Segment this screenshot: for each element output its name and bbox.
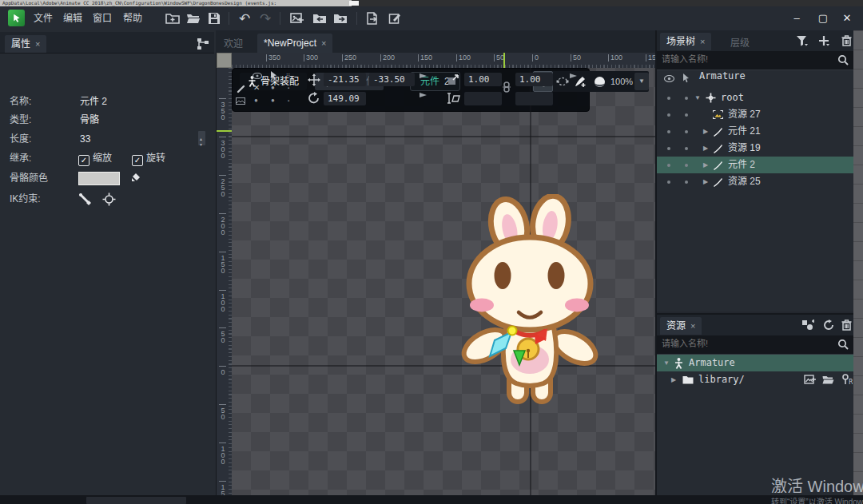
visibility-dot[interactable] xyxy=(667,130,670,133)
bunny-character[interactable] xyxy=(453,194,605,408)
close-tab-icon[interactable]: × xyxy=(35,39,40,49)
menu-edit[interactable]: 编辑 xyxy=(58,6,87,30)
skew-x-field[interactable] xyxy=(464,92,502,105)
refresh-icon[interactable] xyxy=(821,319,836,331)
checkbox-icon[interactable]: ✓ xyxy=(132,155,143,166)
new-project-icon[interactable] xyxy=(165,10,181,26)
resource-row-armature[interactable]: ▼ Armature xyxy=(657,355,853,371)
cursor-icon[interactable] xyxy=(270,71,277,82)
export-icon[interactable] xyxy=(364,10,380,26)
toggle-dot[interactable]: ▪ xyxy=(288,97,289,105)
tree-row[interactable]: ▶ 元件 21 xyxy=(657,123,853,140)
close-tab-icon[interactable]: × xyxy=(700,37,705,46)
maximize-button[interactable]: ▢ xyxy=(812,10,834,27)
ik-bone-icon[interactable] xyxy=(78,192,92,209)
keyframe-flag-icon[interactable] xyxy=(567,73,579,88)
open-folder-icon[interactable] xyxy=(822,375,834,384)
tree-row[interactable]: 资源 27 xyxy=(657,106,853,123)
checkbox-icon[interactable]: ✓ xyxy=(78,155,89,166)
import-library-icon[interactable] xyxy=(332,10,348,26)
zoom-dropdown[interactable]: ▼ xyxy=(634,73,649,90)
eye-icon[interactable] xyxy=(253,73,262,81)
scale-x-field[interactable]: 1.00 xyxy=(464,73,502,86)
layers-icon[interactable]: ⁝⁝ xyxy=(286,72,290,80)
inherit-rotate-checkbox[interactable]: ✓旋转 xyxy=(132,152,165,166)
import-folder-icon[interactable] xyxy=(312,10,328,26)
open-project-icon[interactable] xyxy=(185,10,201,26)
select-dot[interactable] xyxy=(685,113,688,117)
zoom-level[interactable]: 100% xyxy=(609,77,634,86)
filter-icon[interactable] xyxy=(794,34,809,47)
visibility-dot[interactable] xyxy=(667,113,670,117)
position-y-field[interactable]: -33.50 xyxy=(369,73,415,86)
view-sphere-button[interactable] xyxy=(591,72,609,91)
toggle-dot[interactable]: ● xyxy=(254,97,258,105)
expand-icon[interactable]: ▶ xyxy=(703,157,708,173)
toggle-dot[interactable]: ▪ xyxy=(288,84,289,92)
select-dot[interactable] xyxy=(685,181,688,184)
tree-row-selected[interactable]: ▶ 元件 2 xyxy=(657,157,853,173)
visibility-dot[interactable] xyxy=(667,164,670,167)
rotation-field[interactable]: 149.09 xyxy=(324,92,366,105)
skew-y-field[interactable] xyxy=(515,92,553,105)
minimize-button[interactable]: – xyxy=(785,10,808,27)
tree-row[interactable]: ▶ 资源 19 xyxy=(657,140,853,157)
add-icon[interactable] xyxy=(817,34,831,47)
scale-y-field[interactable]: 1.00 xyxy=(515,73,553,86)
bone-color-swatch[interactable] xyxy=(78,172,120,185)
expand-icon[interactable]: ▶ xyxy=(671,371,676,388)
toggle-dot[interactable]: ● xyxy=(271,84,275,92)
tab-properties[interactable]: 属性× xyxy=(5,35,46,53)
menu-window[interactable]: 窗口 xyxy=(88,6,117,30)
length-field[interactable]: 33 xyxy=(80,133,90,145)
redo-icon[interactable]: ↷ xyxy=(257,10,273,26)
delete-icon[interactable] xyxy=(839,34,853,47)
expand-icon[interactable]: ▶ xyxy=(703,140,708,157)
menu-file[interactable]: 文件 xyxy=(29,6,58,30)
visibility-dot[interactable] xyxy=(667,181,670,184)
add-resource-icon[interactable] xyxy=(801,319,815,331)
undo-icon[interactable]: ↶ xyxy=(237,10,253,26)
import-image-icon[interactable] xyxy=(804,375,816,385)
tree-row-root[interactable]: ▼ root xyxy=(657,89,853,106)
delete-icon[interactable]: ✕ xyxy=(253,84,260,92)
menu-help[interactable]: 帮助 xyxy=(118,6,147,30)
expand-icon[interactable]: ▼ xyxy=(663,355,670,371)
link-scale-icon[interactable] xyxy=(501,81,512,96)
tab-project[interactable]: *NewProject× xyxy=(257,34,332,53)
tab-hierarchy[interactable]: 层级 xyxy=(730,35,750,49)
search-icon[interactable] xyxy=(837,339,849,350)
keyframe-flag-icon[interactable] xyxy=(417,92,428,107)
name-value[interactable]: 元件 2 xyxy=(80,95,107,108)
expand-icon[interactable]: ▼ xyxy=(694,89,701,106)
select-dot[interactable] xyxy=(685,147,688,150)
tab-resources[interactable]: 资源× xyxy=(660,317,702,335)
inherit-scale-checkbox[interactable]: ✓缩放 xyxy=(78,152,112,166)
toggle-dot[interactable]: ● xyxy=(271,97,275,105)
bone-icon[interactable] xyxy=(237,85,245,96)
scene-search-input[interactable] xyxy=(657,52,826,66)
select-dot[interactable] xyxy=(685,130,688,133)
edit-icon[interactable] xyxy=(387,10,403,26)
ik-target-icon[interactable] xyxy=(102,192,116,209)
close-tab-icon[interactable]: × xyxy=(690,321,695,331)
locate-pin-icon[interactable]: R xyxy=(841,374,853,386)
position-x-field[interactable]: -21.35 xyxy=(324,73,366,86)
expand-icon[interactable]: ▶ xyxy=(703,123,708,140)
search-icon[interactable] xyxy=(837,54,849,65)
save-icon[interactable] xyxy=(206,10,222,26)
delete-icon[interactable] xyxy=(839,319,853,331)
stage-canvas[interactable]: 骨架装配 动画制作 元件2 100% ▼ xyxy=(232,68,655,495)
length-stepper[interactable]: ▲ ▼ xyxy=(198,131,205,145)
expand-icon[interactable]: ▶ xyxy=(703,173,708,190)
visibility-dot[interactable] xyxy=(667,97,670,100)
eraser-icon[interactable] xyxy=(129,172,141,186)
tree-row[interactable]: ▶ 资源 25 xyxy=(657,173,853,190)
close-button[interactable]: ✕ xyxy=(836,10,858,27)
resource-row-library[interactable]: ▶ library/ R xyxy=(657,371,853,388)
import-image-icon[interactable] xyxy=(289,10,305,26)
tab-scene-tree[interactable]: 场景树× xyxy=(660,33,711,50)
resources-search-input[interactable] xyxy=(657,336,826,351)
hierarchy-icon[interactable] xyxy=(197,38,209,52)
select-dot[interactable] xyxy=(685,97,688,100)
